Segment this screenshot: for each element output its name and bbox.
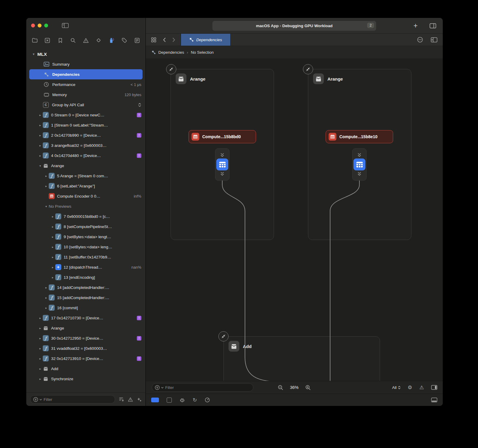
list-view-toggle[interactable] bbox=[167, 398, 172, 403]
disclosure-chevron[interactable]: ▸ bbox=[44, 306, 49, 310]
disclosure-chevron[interactable]: ▸ bbox=[44, 174, 49, 178]
runtime-issue-icon[interactable]: ! bbox=[137, 336, 141, 341]
graph-view-toggle[interactable] bbox=[151, 398, 159, 402]
breadcrumb-item[interactable]: No Selection bbox=[191, 50, 214, 55]
tree-row[interactable]: Compute Encoder 0 0…inf% bbox=[26, 191, 145, 201]
tree-row[interactable]: ▸ƒ15 [addCompletedHandler:… bbox=[26, 292, 145, 303]
disclosure-chevron[interactable]: ▸ bbox=[38, 377, 43, 381]
disclosure-chevron[interactable]: ▸ bbox=[38, 154, 43, 157]
sort-filter-icon[interactable] bbox=[119, 397, 124, 402]
sidebar-item-group-by-api-call[interactable]: CGroup by API Call bbox=[26, 100, 145, 110]
disclosure-chevron[interactable]: ▸ bbox=[38, 124, 43, 127]
group-by-stepper[interactable] bbox=[138, 103, 141, 107]
disclosure-chevron[interactable]: ▾ bbox=[38, 164, 43, 167]
bookmark-icon[interactable] bbox=[57, 37, 64, 44]
disclosure-chevron[interactable]: ▸ bbox=[44, 296, 49, 299]
tree-row[interactable]: ▸ƒ6 [setLabel:"Arange"] bbox=[26, 181, 145, 191]
tree-row[interactable]: ▸ƒ4 0x14270d480 = [Device…! bbox=[26, 150, 145, 161]
tree-row[interactable]: ▸ƒ13 [endEncoding] bbox=[26, 272, 145, 282]
zoom-in-icon[interactable] bbox=[305, 385, 311, 390]
disclosure-chevron[interactable]: ▾ bbox=[44, 205, 49, 208]
close-button[interactable] bbox=[31, 24, 35, 27]
tree-row[interactable]: ▸ƒ32 0x142713910 = [Device…! bbox=[26, 353, 145, 364]
add-tab-icon[interactable]: + bbox=[413, 22, 418, 29]
tree-row[interactable]: ▸ƒ2 0x14270b990 = [Device…! bbox=[26, 130, 145, 140]
window-title-pill[interactable]: macOS App - Debugging GPU Workload 2 bbox=[212, 21, 376, 31]
disclosure-chevron[interactable]: ▸ bbox=[38, 316, 43, 320]
buffer-node[interactable] bbox=[352, 148, 367, 181]
compute-command-node[interactable]: Compute...15b8e10 bbox=[326, 130, 393, 143]
buffer-node[interactable] bbox=[215, 148, 229, 181]
graph-group-add[interactable]: Add bbox=[223, 336, 380, 381]
overview-grid-icon[interactable] bbox=[151, 37, 156, 42]
disclosure-chevron[interactable]: ▾ bbox=[31, 52, 36, 56]
tree-row[interactable]: ▾Arange bbox=[26, 161, 145, 171]
disclosure-chevron[interactable]: ▸ bbox=[50, 255, 55, 259]
runtime-issue-icon[interactable]: ! bbox=[137, 133, 141, 138]
runtime-issue-icon[interactable]: ! bbox=[137, 153, 141, 158]
tree-row[interactable]: ▸ƒ9 [setBytes:<data> lengt… bbox=[26, 232, 145, 242]
test-diamond-icon[interactable] bbox=[95, 37, 102, 44]
minimize-button[interactable] bbox=[38, 24, 42, 27]
disclosure-chevron[interactable]: ▸ bbox=[44, 286, 49, 289]
tree-row[interactable]: ▸ƒ11 [setBuffer:0x14270b9… bbox=[26, 252, 145, 262]
back-icon[interactable] bbox=[163, 37, 166, 42]
sparkle-filter-icon[interactable] bbox=[137, 397, 142, 402]
disclosure-chevron[interactable]: ▸ bbox=[50, 235, 55, 238]
dependency-graph-canvas[interactable]: Arange Arange Add bbox=[146, 59, 443, 381]
speedometer-icon[interactable] bbox=[205, 397, 210, 403]
tree-row[interactable]: ▸ƒ14 [addCompletedHandler:… bbox=[26, 282, 145, 292]
add-editor-icon[interactable] bbox=[431, 37, 437, 42]
x-square-icon[interactable] bbox=[44, 37, 51, 44]
tree-row[interactable]: ▾No Previews bbox=[26, 201, 145, 211]
sidebar-item-memory[interactable]: Memory120 bytes bbox=[26, 90, 145, 100]
bug-icon[interactable] bbox=[180, 397, 185, 403]
tree-row[interactable]: ▸ƒ3 arangefloat32 = [0x600003… bbox=[26, 140, 145, 150]
refresh-icon[interactable]: ↻ bbox=[193, 398, 197, 403]
disclosure-chevron[interactable]: ▸ bbox=[38, 134, 43, 137]
disclosure-chevron[interactable]: ▸ bbox=[50, 245, 55, 249]
tree-row[interactable]: ▸ƒ17 0x142710730 = [Device…! bbox=[26, 313, 145, 323]
tree-row[interactable]: ▸Add bbox=[26, 364, 145, 374]
more-options-icon[interactable] bbox=[417, 37, 423, 43]
sidebar-item-performance[interactable]: Performance< 1 μs bbox=[26, 79, 145, 90]
tree-row[interactable]: ▸ƒ1 [Stream 0 setLabel:"Stream… bbox=[26, 120, 145, 130]
report-list-icon[interactable] bbox=[134, 37, 140, 44]
disclosure-chevron[interactable]: ▸ bbox=[38, 367, 43, 370]
canvas-filter-field[interactable]: Filter bbox=[152, 383, 253, 392]
toggle-sidebar-icon[interactable] bbox=[62, 23, 69, 28]
tag-icon[interactable] bbox=[121, 37, 128, 44]
disclosure-chevron[interactable]: ▸ bbox=[38, 347, 43, 350]
collapse-group-button[interactable] bbox=[166, 64, 176, 74]
tree-row[interactable]: ▸ƒ8 [setComputePipelineSt… bbox=[26, 221, 145, 232]
bottom-panel-icon[interactable] bbox=[431, 398, 437, 402]
navigator-filter-field[interactable]: Filter bbox=[30, 395, 115, 404]
disclosure-chevron[interactable]: ▸ bbox=[50, 276, 55, 279]
tree-row[interactable]: ▸ƒ30 0x142712950 = [Device…! bbox=[26, 333, 145, 343]
tab-dependencies[interactable]: Dependencies bbox=[181, 34, 231, 46]
warning-filter-icon[interactable] bbox=[128, 397, 133, 402]
issues-icon[interactable] bbox=[83, 37, 89, 44]
tree-row[interactable]: ▸ƒ16 [commit] bbox=[26, 303, 145, 313]
warning-icon[interactable]: ⚠ bbox=[419, 385, 424, 390]
search-icon[interactable] bbox=[70, 37, 76, 44]
disclosure-chevron[interactable]: ▸ bbox=[38, 337, 43, 340]
fullscreen-button[interactable] bbox=[44, 24, 48, 27]
editor-layout-icon[interactable] bbox=[430, 23, 436, 28]
tree-root-mlx[interactable]: ▾ MLX bbox=[26, 49, 145, 59]
zoom-out-icon[interactable] bbox=[278, 385, 283, 390]
disclosure-chevron[interactable]: ▸ bbox=[38, 327, 43, 330]
disclosure-chevron[interactable]: ▸ bbox=[38, 113, 43, 117]
runtime-issue-icon[interactable]: ! bbox=[137, 113, 141, 117]
tree-row[interactable]: ▸ƒ31 vvaddfloat32 = [0x600003… bbox=[26, 343, 145, 353]
disclosure-chevron[interactable]: ▸ bbox=[44, 184, 49, 188]
tree-row[interactable]: ▸Arange bbox=[26, 323, 145, 333]
tree-row[interactable]: ▸ƒ0 Stream 0 = [Device newC…! bbox=[26, 110, 145, 120]
collapse-group-button[interactable] bbox=[218, 331, 229, 341]
runtime-issue-icon[interactable]: ! bbox=[137, 356, 141, 361]
disclosure-chevron[interactable]: ▸ bbox=[38, 144, 43, 147]
folder-icon[interactable] bbox=[31, 37, 38, 44]
tree-row[interactable]: ▸ƒ7 0x6000015b8bd0 = [c… bbox=[26, 211, 145, 221]
right-panel-icon[interactable] bbox=[431, 385, 437, 390]
disclosure-chevron[interactable]: ▸ bbox=[50, 266, 55, 269]
